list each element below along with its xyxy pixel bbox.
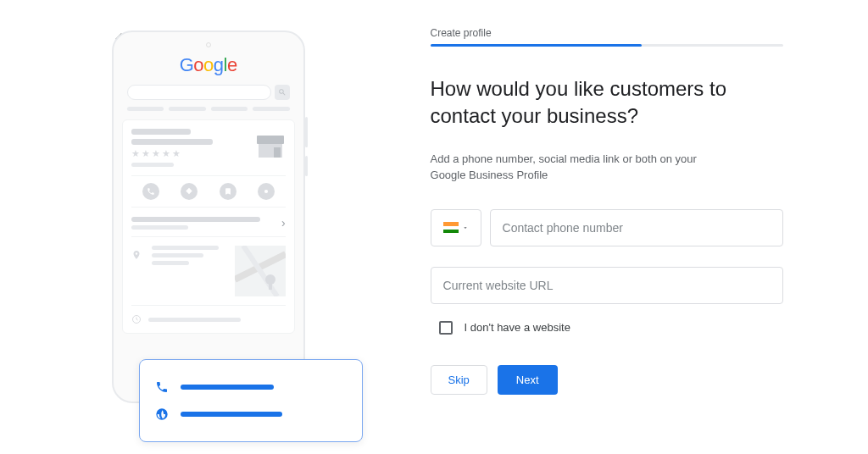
form-panel: Create profile How would you like custom… (417, 24, 868, 454)
contact-highlight-card (139, 359, 363, 442)
phone-mockup: Google ★★★★★ (112, 30, 305, 403)
svg-point-3 (264, 190, 268, 193)
page-subtext: Add a phone number, social media link or… (431, 151, 719, 184)
chevron-down-icon (462, 224, 469, 231)
website-input[interactable] (431, 267, 783, 304)
map-thumbnail (235, 246, 286, 296)
directions-action-icon (181, 183, 198, 200)
country-code-select[interactable] (431, 209, 481, 246)
share-action-icon (258, 183, 275, 200)
next-button[interactable]: Next (498, 365, 558, 395)
svg-rect-6 (269, 283, 272, 290)
skip-button[interactable]: Skip (431, 365, 487, 395)
page-heading: How would you like customers to contact … (431, 75, 783, 130)
svg-rect-2 (274, 147, 281, 158)
phone-icon (155, 380, 169, 394)
no-website-checkbox[interactable] (439, 321, 453, 335)
pin-icon (131, 249, 142, 261)
no-website-label: I don't have a website (465, 321, 570, 334)
google-logo: Google (122, 54, 295, 76)
globe-icon (155, 407, 169, 421)
flag-india-icon (443, 222, 459, 233)
store-icon (255, 129, 286, 159)
save-action-icon (220, 183, 236, 200)
progress-bar (431, 44, 783, 47)
chevron-right-icon: › (281, 216, 286, 230)
search-input-mock (127, 85, 271, 100)
search-icon (275, 85, 290, 100)
illustration-panel: Google ★★★★★ (0, 24, 417, 454)
phone-input[interactable] (490, 209, 783, 246)
phone-action-icon (142, 183, 159, 200)
clock-icon (131, 314, 142, 324)
step-label: Create profile (431, 27, 783, 39)
svg-rect-1 (257, 136, 284, 144)
